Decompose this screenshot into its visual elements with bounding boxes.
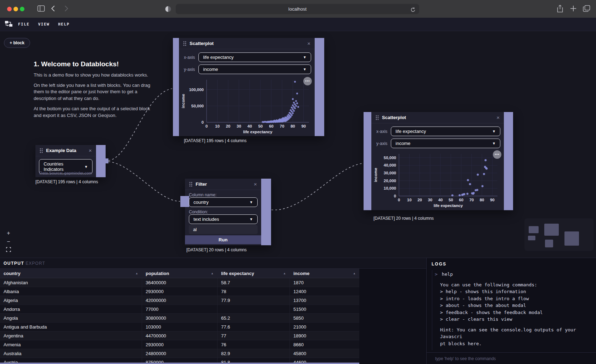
drag-handle-icon[interactable]: [40, 148, 43, 153]
output-port[interactable]: [261, 179, 271, 245]
sort-asc-icon[interactable]: ▲: [211, 269, 214, 278]
close-icon[interactable]: ×: [254, 181, 257, 187]
logs-console[interactable]: >help You can use the following commands…: [432, 270, 593, 350]
tab-overview-icon[interactable]: [583, 5, 590, 13]
close-window-button[interactable]: [7, 7, 12, 11]
tab-output[interactable]: OUTPUT: [4, 261, 24, 266]
block-header[interactable]: Scatterplot ×: [179, 38, 315, 49]
column-header[interactable]: income▲: [289, 269, 359, 278]
svg-text:40: 40: [247, 124, 252, 128]
svg-text:30: 30: [237, 124, 241, 128]
x-axis-select[interactable]: life expectancy ▼: [391, 127, 500, 136]
x-axis-select[interactable]: life expectancy ▼: [198, 52, 311, 62]
output-port[interactable]: [504, 112, 513, 210]
condition-select[interactable]: text includes ▼: [189, 214, 258, 224]
datablocks-logo-icon[interactable]: [5, 20, 13, 29]
column-header[interactable]: population▲: [142, 269, 217, 278]
forward-button-icon[interactable]: [64, 5, 68, 13]
output-port-stub[interactable]: [103, 158, 108, 163]
table-row[interactable]: Armenia2930000768660: [0, 340, 359, 349]
input-port[interactable]: [180, 196, 189, 207]
chevron-down-icon: ▼: [492, 141, 496, 145]
minimap[interactable]: [524, 218, 594, 251]
tab-export[interactable]: EXPORT: [26, 261, 45, 266]
input-port[interactable]: [364, 112, 371, 210]
y-axis-select[interactable]: income ▼: [198, 65, 311, 74]
input-port[interactable]: [173, 38, 179, 136]
menu-help[interactable]: HELP: [58, 22, 70, 27]
add-block-button[interactable]: + block: [4, 38, 30, 48]
menu-view[interactable]: VIEW: [38, 22, 50, 27]
svg-text:income: income: [181, 94, 185, 108]
close-icon[interactable]: ×: [496, 114, 500, 121]
chart-menu-button[interactable]: •••: [493, 150, 501, 159]
scatter-chart: 0102030405060708090050,000100,000life ex…: [179, 75, 315, 135]
table-row[interactable]: Argentina447000007718900: [0, 331, 359, 340]
table-row[interactable]: Antigua and Barbuda10300077.621000: [0, 323, 359, 331]
log-command: help: [442, 271, 453, 277]
y-axis-select[interactable]: income ▼: [391, 139, 500, 148]
table-row[interactable]: Australia2480000082.945800: [0, 349, 359, 358]
close-icon[interactable]: ×: [307, 40, 310, 46]
table-cell: 82.9: [217, 349, 289, 358]
column-header[interactable]: life expectancy▲: [217, 269, 289, 278]
browser-titlebar: localhost: [0, 0, 596, 18]
drag-handle-icon[interactable]: [183, 41, 186, 46]
fit-view-button[interactable]: [5, 247, 12, 254]
block-header[interactable]: Example Data ×: [35, 145, 96, 156]
column-header[interactable]: country▲: [0, 269, 142, 278]
logs-command-input[interactable]: type 'help' to see the commands: [427, 352, 596, 364]
sort-asc-icon[interactable]: ▲: [353, 269, 356, 278]
menu-file[interactable]: FILE: [18, 22, 30, 27]
zoom-in-button[interactable]: +: [5, 230, 12, 237]
table-row[interactable]: Angola3080000065.25850: [0, 314, 359, 323]
sidebar-toggle-icon[interactable]: [37, 5, 45, 13]
table-cell: 77000: [142, 305, 217, 313]
zoom-window-button[interactable]: [20, 7, 24, 11]
block-scatterplot-2[interactable]: Scatterplot × x-axis life expectancy ▼ y…: [364, 112, 513, 210]
block-filter[interactable]: Filter × Column name: country ▼ Conditio…: [185, 179, 271, 245]
output-table[interactable]: country▲population▲life expectancy▲incom…: [0, 269, 359, 364]
flow-editor-canvas[interactable]: + block 1. Welcome to Datablocks! This i…: [0, 31, 596, 258]
svg-text:60: 60: [269, 124, 274, 128]
block-header[interactable]: Scatterplot ×: [371, 112, 504, 123]
table-cell: [217, 305, 289, 313]
block-scatterplot-1[interactable]: Scatterplot × x-axis life expectancy ▼ y…: [173, 38, 324, 136]
new-tab-icon[interactable]: [570, 5, 577, 13]
condition-label: Condition:: [189, 209, 208, 214]
drag-handle-icon[interactable]: [189, 182, 192, 187]
reload-icon[interactable]: [410, 6, 416, 16]
share-icon[interactable]: [557, 5, 563, 14]
drag-handle-icon[interactable]: [376, 115, 379, 120]
log-line: > intro - loads the intro a flow: [440, 295, 593, 302]
table-row[interactable]: Afghanistan3640000058.71870: [0, 278, 359, 287]
sort-asc-icon[interactable]: ▲: [283, 269, 286, 278]
table-row[interactable]: Andorra7700051500: [0, 305, 359, 314]
address-bar[interactable]: localhost: [176, 4, 419, 14]
zoom-out-button[interactable]: −: [5, 238, 12, 245]
table-row[interactable]: Albania29300007812400: [0, 287, 359, 296]
column-select[interactable]: country ▼: [189, 197, 258, 207]
filter-value-input[interactable]: al: [189, 225, 258, 234]
svg-text:20,000: 20,000: [384, 179, 396, 183]
table-cell: 78: [217, 287, 289, 296]
output-port[interactable]: [315, 38, 324, 136]
block-example-data[interactable]: Example Data × Countries Indicators ▼ Da…: [35, 145, 106, 177]
minimap-node: [544, 224, 559, 236]
run-button[interactable]: Run: [185, 235, 261, 244]
minimize-window-button[interactable]: [13, 7, 18, 11]
log-line: > clear - clears this view: [440, 316, 593, 323]
table-cell: Australia: [0, 349, 142, 358]
table-scrollbar[interactable]: [0, 363, 359, 364]
chart-menu-button[interactable]: •••: [303, 77, 312, 85]
table-row[interactable]: Algeria4200000077.913700: [0, 296, 359, 305]
table-cell: 36400000: [142, 278, 217, 287]
block-header[interactable]: Filter ×: [185, 179, 261, 190]
table-cell: Andorra: [0, 305, 142, 313]
back-button-icon[interactable]: [51, 5, 55, 13]
close-icon[interactable]: ×: [89, 147, 92, 153]
privacy-shield-icon[interactable]: [165, 6, 171, 13]
data-source-link[interactable]: Data Source: gapminder.com: [39, 171, 92, 175]
table-cell: 24800000: [142, 349, 217, 358]
sort-asc-icon[interactable]: ▲: [135, 269, 138, 278]
